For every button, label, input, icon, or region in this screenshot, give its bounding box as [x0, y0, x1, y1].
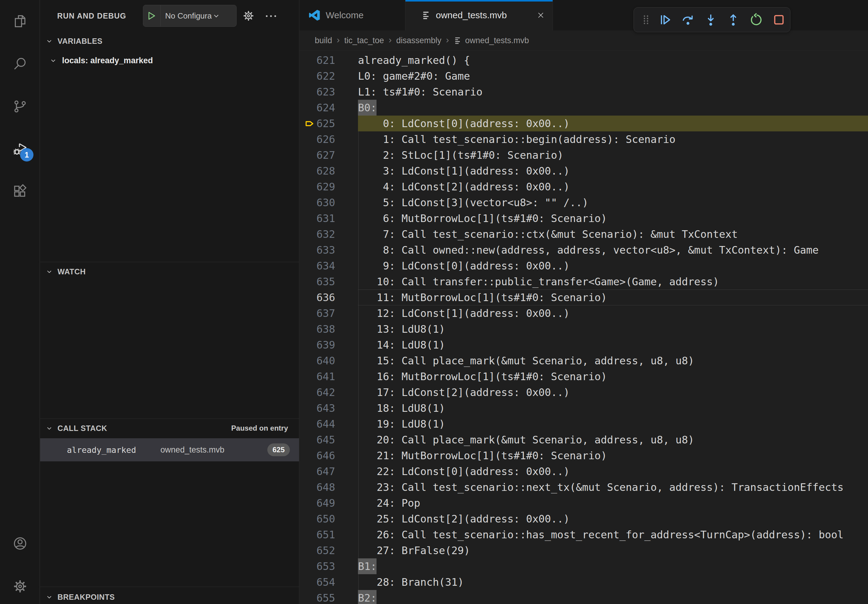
start-debug-button[interactable] [143, 5, 161, 26]
code-line-655[interactable]: 655B2: [299, 590, 868, 604]
debug-settings-gear-button[interactable] [242, 9, 256, 23]
chevron-down-icon [46, 37, 53, 45]
code-text: 15: Call place_mark(&mut Scenario, addre… [358, 353, 868, 369]
line-number: 624 [299, 100, 335, 116]
code-line-644[interactable]: 644 19: LdU8(1) [299, 416, 868, 432]
chevron-down-icon [46, 593, 53, 601]
code-line-642[interactable]: 642 17: LdConst[2](address: 0x00..) [299, 384, 868, 400]
code-line-654[interactable]: 654 28: Branch(31) [299, 574, 868, 590]
code-text: L1: ts#1#0: Scenario [358, 84, 868, 100]
activitybar-run-and-debug[interactable]: 1 [0, 128, 40, 170]
code-line-653[interactable]: 653B1: [299, 558, 868, 574]
activitybar-source-control[interactable] [0, 85, 40, 128]
line-number: 635 [299, 274, 335, 290]
activitybar-settings[interactable] [0, 565, 40, 604]
restart-button[interactable] [745, 13, 768, 27]
line-number: 627 [299, 147, 335, 163]
call-stack-section-header[interactable]: CALL STACK Paused on entry [40, 420, 299, 437]
line-number: 646 [299, 448, 335, 463]
code-line-650[interactable]: 650 25: LdConst[2](address: 0x00..) [299, 511, 868, 527]
variables-scope-row[interactable]: locals: already_marked [40, 52, 299, 69]
code-text: 27: BrFalse(29) [358, 542, 868, 558]
code-line-638[interactable]: 638 13: LdU8(1) [299, 321, 868, 337]
debug-config-dropdown[interactable]: No Configura [143, 5, 237, 27]
watch-section-header[interactable]: WATCH [40, 263, 299, 280]
step-into-icon [704, 13, 718, 27]
code-text: 8: Call owned::new(address, address, vec… [358, 242, 868, 258]
code-text: 1: Call test_scenario::begin(address): S… [358, 132, 868, 147]
line-number: 633 [299, 242, 335, 258]
code-text: 6: MutBorrowLoc[1](ts#1#0: Scenario) [358, 211, 868, 226]
code-line-626[interactable]: 626 1: Call test_scenario::begin(address… [299, 132, 868, 147]
code-line-633[interactable]: 633 8: Call owned::new(address, address,… [299, 242, 868, 258]
code-line-622[interactable]: 622L0: game#2#0: Game [299, 68, 868, 84]
vscode-window: 1 [0, 0, 868, 604]
code-line-621[interactable]: 621already_marked() { [299, 52, 868, 68]
code-line-629[interactable]: 629 4: LdConst[2](address: 0x00..) [299, 179, 868, 195]
step-into-button[interactable] [699, 13, 722, 27]
gear-icon [242, 9, 255, 22]
code-line-627[interactable]: 627 2: StLoc[1](ts#1#0: Scenario) [299, 147, 868, 163]
breadcrumb-item[interactable]: disassembly [396, 36, 442, 45]
restart-icon [749, 13, 763, 27]
variables-section-header[interactable]: VARIABLES [40, 33, 299, 49]
stack-frame-row[interactable]: already_marked owned_tests.mvb 625 [40, 438, 299, 462]
code-text: 4: LdConst[2](address: 0x00..) [358, 179, 868, 195]
code-line-636[interactable]: 636 11: MutBorrowLoc[1](ts#1#0: Scenario… [299, 290, 868, 305]
code-line-640[interactable]: 640 15: Call place_mark(&mut Scenario, a… [299, 353, 868, 369]
breadcrumb-item[interactable]: tic_tac_toe [344, 36, 384, 45]
vscode-logo-icon [309, 9, 320, 21]
chevron-down-icon [212, 12, 220, 20]
breakpoints-section-header[interactable]: BREAKPOINTS [40, 589, 299, 604]
tab-owned-tests[interactable]: owned_tests.mvb [405, 0, 553, 30]
line-number: 639 [299, 337, 335, 353]
continue-button[interactable] [654, 13, 677, 27]
code-line-624[interactable]: 624B0: [299, 100, 868, 116]
code-line-651[interactable]: 651 26: Call test_scenario::has_most_rec… [299, 527, 868, 542]
code-line-652[interactable]: 652 27: BrFalse(29) [299, 542, 868, 558]
tab-welcome[interactable]: Welcome [299, 0, 405, 30]
code-line-634[interactable]: 634 9: LdConst[0](address: 0x00..) [299, 258, 868, 274]
code-line-648[interactable]: 648 23: Call test_scenario::next_tx(&mut… [299, 479, 868, 495]
step-over-button[interactable] [677, 13, 699, 27]
code-line-628[interactable]: 628 3: LdConst[1](address: 0x00..) [299, 163, 868, 179]
code-line-631[interactable]: 631 6: MutBorrowLoc[1](ts#1#0: Scenario) [299, 211, 868, 226]
code-line-639[interactable]: 639 14: LdU8(1) [299, 337, 868, 353]
code-view: 621already_marked() {622L0: game#2#0: Ga… [299, 51, 868, 604]
line-number: 651 [299, 527, 335, 542]
code-text: 2: StLoc[1](ts#1#0: Scenario) [358, 147, 868, 163]
code-line-645[interactable]: 645 20: Call place_mark(&mut Scenario, a… [299, 432, 868, 448]
breadcrumb-item[interactable]: owned_tests.mvb [453, 36, 529, 45]
line-number: 628 [299, 163, 335, 179]
activity-bar: 1 [0, 0, 40, 604]
step-out-button[interactable] [722, 13, 745, 27]
more-actions-button[interactable] [264, 10, 278, 22]
continue-icon [658, 13, 672, 27]
code-line-635[interactable]: 635 10: Call transfer::public_transfer<G… [299, 274, 868, 290]
code-line-649[interactable]: 649 24: Pop [299, 495, 868, 511]
code-line-623[interactable]: 623L1: ts#1#0: Scenario [299, 84, 868, 100]
activitybar-accounts[interactable] [0, 522, 40, 565]
line-number: 634 [299, 258, 335, 274]
stop-button[interactable] [767, 13, 790, 27]
drag-handle-icon[interactable] [638, 14, 654, 26]
activitybar-explorer[interactable] [0, 0, 40, 43]
close-icon[interactable] [536, 11, 545, 20]
call-stack-section-label: CALL STACK [57, 424, 107, 433]
code-line-625[interactable]: 625 0: LdConst[0](address: 0x00..) [299, 116, 868, 132]
code-line-641[interactable]: 641 16: MutBorrowLoc[1](ts#1#0: Scenario… [299, 369, 868, 384]
activitybar-extensions[interactable] [0, 170, 40, 213]
breadcrumb-item[interactable]: build [315, 36, 332, 45]
code-line-632[interactable]: 632 7: Call test_scenario::ctx(&mut Scen… [299, 226, 868, 242]
code-line-647[interactable]: 647 22: LdConst[0](address: 0x00..) [299, 463, 868, 479]
code-line-646[interactable]: 646 21: MutBorrowLoc[1](ts#1#0: Scenario… [299, 448, 868, 463]
code-line-637[interactable]: 637 12: LdConst[1](address: 0x00..) [299, 305, 868, 321]
line-number: 654 [299, 574, 335, 590]
activitybar-search[interactable] [0, 43, 40, 85]
code-text: 0: LdConst[0](address: 0x00..) [358, 116, 868, 132]
code-line-630[interactable]: 630 5: LdConst[3](vector<u8>: "" /..) [299, 195, 868, 211]
code-line-643[interactable]: 643 18: LdU8(1) [299, 400, 868, 416]
scope-label: locals: already_marked [62, 56, 153, 65]
code-text: 28: Branch(31) [358, 574, 868, 590]
step-over-icon [681, 13, 695, 27]
